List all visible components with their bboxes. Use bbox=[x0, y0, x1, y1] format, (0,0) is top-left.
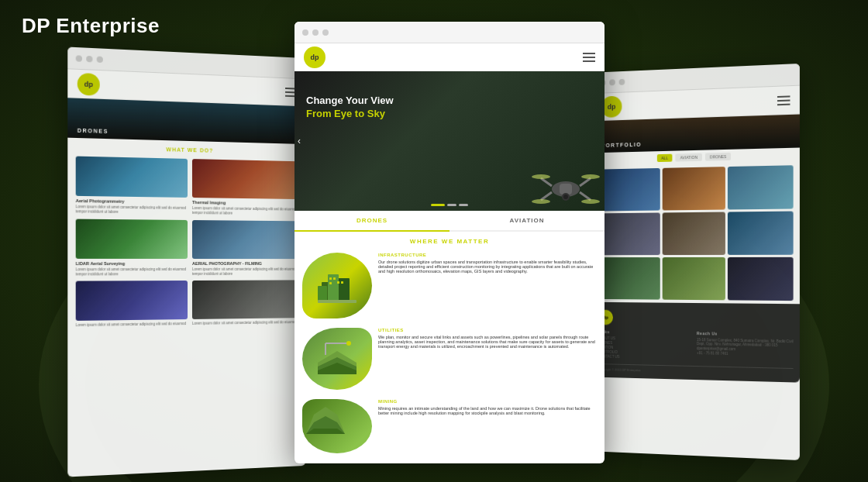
hero-dot-3 bbox=[459, 204, 468, 206]
utilities-section: UTILITIES We plan, monitor and secure vi… bbox=[294, 323, 604, 394]
center-browser-bar bbox=[294, 22, 604, 43]
utilities-text: We plan, monitor and secure vital links … bbox=[378, 335, 597, 349]
tablet-text: Lorem ipsum dolor sit amet consectetur a… bbox=[192, 320, 298, 326]
center-hero: ‹ Change Your View From Eye to Sky bbox=[294, 71, 604, 211]
links-heading: Links bbox=[598, 329, 691, 336]
infrastructure-content: INFRASTRUCTURE Our drone solutions digit… bbox=[378, 253, 597, 318]
center-hamburger[interactable] bbox=[583, 53, 595, 62]
tab-drones[interactable]: DRONES bbox=[294, 211, 450, 232]
gallery-img-5 bbox=[662, 212, 725, 256]
hero-arrow[interactable]: ‹ bbox=[298, 136, 301, 146]
browser-dot-3 bbox=[97, 56, 103, 63]
gallery-img-2 bbox=[662, 167, 725, 210]
svg-rect-21 bbox=[341, 281, 343, 284]
svg-point-8 bbox=[532, 199, 550, 204]
left-grid-item-3: LIDAR Aerial Surveying Lorem ipsum dolor… bbox=[76, 219, 188, 277]
utilities-img bbox=[302, 328, 372, 390]
aerial-text: Lorem ipsum dolor sit amet consectetur a… bbox=[76, 205, 188, 215]
svg-line-5 bbox=[580, 192, 591, 200]
utilities-content: UTILITIES We plan, monitor and secure vi… bbox=[378, 328, 597, 390]
center-logo: dp bbox=[304, 46, 326, 68]
contact-heading: Reach Us bbox=[697, 331, 794, 337]
center-mockup: dp ‹ Change Your View From Eye to Sky bbox=[294, 22, 604, 463]
left-grid-item-1: Aerial Photogrammetry Lorem ipsum dolor … bbox=[76, 157, 188, 215]
browser-dot-2 bbox=[86, 55, 92, 62]
right-mockup: dp PORTFOLIO ALL AVIATION DRONES bbox=[592, 64, 800, 460]
svg-line-2 bbox=[541, 178, 552, 186]
aerial-label: Aerial Photogrammetry bbox=[76, 198, 188, 205]
hero-title: Change Your View bbox=[306, 95, 394, 108]
svg-line-3 bbox=[580, 178, 591, 186]
svg-rect-16 bbox=[318, 300, 356, 303]
gallery-img-7 bbox=[598, 257, 660, 300]
hero-subtitle: From Eye to Sky bbox=[306, 108, 394, 121]
mining-content: MINING Mining requires an intimate under… bbox=[378, 399, 597, 453]
right-footer-links: Links ABOUT US DRONES AVIATION PORTFOLIO… bbox=[598, 329, 691, 361]
aerial-img bbox=[76, 157, 188, 198]
svg-point-11 bbox=[563, 195, 568, 199]
svg-point-27 bbox=[346, 341, 351, 346]
thermal-img bbox=[192, 159, 298, 199]
mining-img bbox=[302, 399, 372, 453]
svg-point-6 bbox=[532, 174, 550, 179]
mining-text: Mining requires an intimate understandin… bbox=[378, 406, 597, 415]
left-mockup: dp DRONES WHAT WE DO? Aerial Photogramme… bbox=[67, 47, 305, 477]
infrastructure-text: Our drone solutions digitize urban space… bbox=[378, 260, 597, 274]
svg-point-9 bbox=[581, 199, 600, 204]
aerial2-img bbox=[192, 220, 298, 259]
right-gallery bbox=[592, 162, 800, 304]
lidar-img bbox=[76, 219, 188, 258]
utilities-heading: UTILITIES bbox=[378, 328, 597, 332]
thermal-label: Thermal Imaging bbox=[192, 200, 298, 206]
svg-rect-19 bbox=[329, 282, 332, 284]
footer-copyright: Copyright © 2015 DP Enterprise bbox=[598, 363, 794, 376]
gallery-img-8 bbox=[662, 257, 725, 300]
gallery-img-4 bbox=[598, 212, 660, 255]
right-dot-2 bbox=[609, 79, 615, 85]
right-hero: PORTFOLIO bbox=[592, 115, 800, 153]
svg-rect-1 bbox=[560, 184, 572, 195]
svg-rect-18 bbox=[333, 277, 336, 280]
gallery-img-3 bbox=[728, 165, 793, 209]
right-footer: dp Links ABOUT US DRONES AVIATION PORTFO… bbox=[592, 302, 800, 383]
where-matter-title: WHERE WE MATTER bbox=[294, 232, 604, 248]
right-dot-3 bbox=[619, 78, 625, 84]
center-nav-tabs: DRONES AVIATION bbox=[294, 211, 604, 232]
hero-dot-2 bbox=[447, 204, 456, 206]
browser-dot-1 bbox=[76, 55, 82, 62]
hero-dots bbox=[431, 204, 468, 206]
right-tab-aviation[interactable]: AVIATION bbox=[676, 153, 702, 162]
infrastructure-img bbox=[302, 253, 372, 318]
gallery-img-6 bbox=[728, 212, 793, 255]
lidar-text: Lorem ipsum dolor sit amet consectetur a… bbox=[76, 267, 188, 277]
svg-rect-17 bbox=[329, 277, 332, 280]
right-tab-drones[interactable]: DRONES bbox=[705, 153, 731, 161]
right-footer-cols: Links ABOUT US DRONES AVIATION PORTFOLIO… bbox=[598, 329, 794, 363]
left-grid-item-2: Thermal Imaging Lorem ipsum dolor sit am… bbox=[192, 159, 298, 216]
gallery-img-9 bbox=[728, 257, 793, 301]
right-footer-contact: Reach Us 15-18 Sursur Complex, 840 Sumat… bbox=[697, 331, 794, 363]
mining-section: MINING Mining requires an intimate under… bbox=[294, 394, 604, 458]
mining-heading: MINING bbox=[378, 399, 597, 404]
left-grid-item-6: Lorem ipsum dolor sit amet consectetur a… bbox=[192, 281, 298, 326]
drone-illustration bbox=[527, 157, 589, 203]
thermal-text: Lorem ipsum dolor sit amet consectetur a… bbox=[192, 206, 298, 216]
svg-line-4 bbox=[541, 192, 552, 200]
right-hamburger[interactable] bbox=[777, 95, 790, 105]
left-grid: Aerial Photogrammetry Lorem ipsum dolor … bbox=[67, 153, 305, 331]
left-logo: dp bbox=[78, 72, 100, 95]
svg-rect-13 bbox=[318, 286, 327, 301]
infrastructure-section: INFRASTRUCTURE Our drone solutions digit… bbox=[294, 248, 604, 323]
hero-dot-1 bbox=[431, 204, 445, 206]
gallery-img-1 bbox=[598, 168, 660, 212]
svg-point-7 bbox=[581, 174, 600, 179]
center-site-header: dp bbox=[294, 43, 604, 71]
infrastructure-heading: INFRASTRUCTURE bbox=[378, 253, 597, 257]
hero-content: Change Your View From Eye to Sky bbox=[306, 95, 394, 121]
fish-text: Lorem ipsum dolor sit amet consectetur a… bbox=[76, 322, 188, 328]
tab-aviation[interactable]: AVIATION bbox=[450, 211, 604, 230]
left-grid-item-5: Lorem ipsum dolor sit amet consectetur a… bbox=[76, 281, 188, 328]
app-title: DP Enterprise bbox=[22, 14, 160, 38]
center-dot-2 bbox=[312, 29, 319, 36]
right-tab-all[interactable]: ALL bbox=[656, 154, 672, 162]
